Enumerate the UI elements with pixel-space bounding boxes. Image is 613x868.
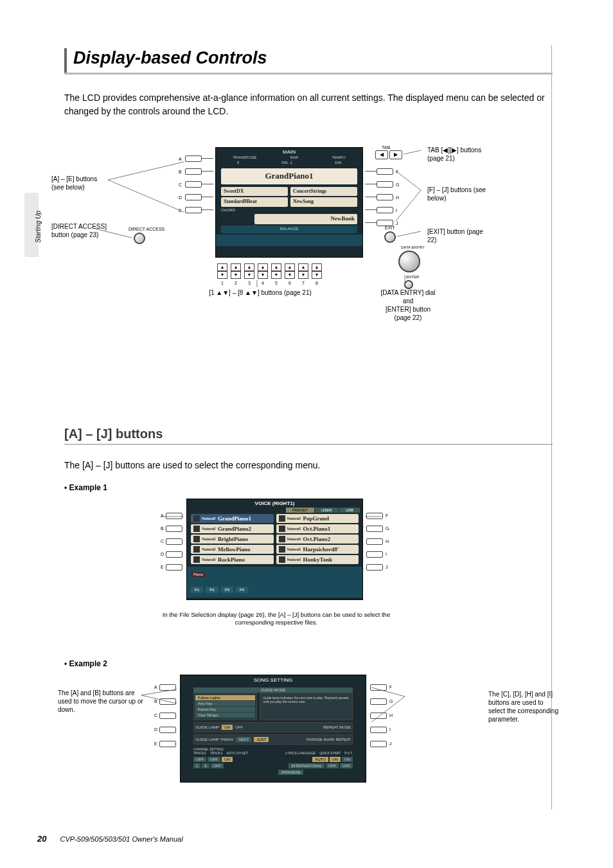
lcd-transpose-val: 0 <box>237 161 239 166</box>
ex1-G-label: G <box>386 526 389 531</box>
panel-A-button[interactable] <box>185 155 202 162</box>
ex2-G-button[interactable] <box>370 698 387 705</box>
song-follow-lights[interactable]: Follow Lights <box>195 695 255 700</box>
ex1-D-button[interactable] <box>166 551 182 558</box>
voice-P2[interactable]: P2 <box>206 587 218 593</box>
song-any-key[interactable]: Any Key <box>195 701 255 706</box>
updown-1-up[interactable]: ▲ <box>217 263 227 271</box>
voice-item-left-4[interactable]: Natural! RockPiano <box>191 555 274 564</box>
ex1-B-button[interactable] <box>166 526 182 532</box>
updown-8-up[interactable]: ▲ <box>312 263 322 271</box>
ex1-J-button[interactable] <box>366 564 383 571</box>
voice-item-right-2[interactable]: Natural! Oct.Piano2 <box>276 535 359 544</box>
ex2-H-button[interactable] <box>370 713 387 719</box>
updown-3-down[interactable]: ▼ <box>244 271 254 279</box>
ex2-A-button[interactable] <box>159 684 176 691</box>
updown-1-down[interactable]: ▼ <box>217 271 227 279</box>
pat-on[interactable]: ON <box>342 757 353 762</box>
updown-5-down[interactable]: ▼ <box>271 271 281 279</box>
voice-tab-user[interactable]: USER <box>315 508 339 513</box>
updown-4-down[interactable]: ▼ <box>258 271 268 279</box>
voice-item-left-0[interactable]: Natural! GrandPiano1 <box>191 514 274 523</box>
updown-3-up[interactable]: ▲ <box>244 263 254 271</box>
updown-6-down[interactable]: ▼ <box>285 271 295 279</box>
voice-P1[interactable]: P1 <box>191 587 203 593</box>
piano-icon <box>279 536 285 542</box>
piano-icon <box>193 556 200 563</box>
ex1-J-label: J <box>386 565 388 569</box>
direct-access-button[interactable] <box>134 233 145 244</box>
updown-3-label: 3 <box>248 280 251 286</box>
panel-H-button[interactable] <box>377 194 393 200</box>
pat-off[interactable]: OFF <box>340 763 353 768</box>
example2-right-caption: The [C], [D], [H] and [I] buttons are us… <box>488 690 559 723</box>
panel-C-button[interactable] <box>185 181 202 188</box>
ex1-A-button[interactable] <box>166 513 182 519</box>
page-title: Display-based Controls <box>67 48 553 71</box>
updown-7-up[interactable]: ▲ <box>298 263 308 271</box>
voice-item-left-2[interactable]: Natural! BrightPiano <box>191 535 274 544</box>
ex2-I-button[interactable] <box>370 727 387 733</box>
song-karao-key[interactable]: Karao-Key <box>195 707 255 712</box>
off-btn[interactable]: OFF <box>235 725 243 729</box>
lcd-bar-label: BAR <box>290 155 298 161</box>
t1-off[interactable]: OFF <box>208 757 220 762</box>
panel-F-button[interactable] <box>377 168 393 175</box>
on-btn[interactable]: ON <box>222 725 233 730</box>
lang-auto[interactable]: AUTO <box>312 757 328 762</box>
updown-2-down[interactable]: ▼ <box>231 271 241 279</box>
ex1-H-button[interactable] <box>366 538 383 545</box>
updown-8-down[interactable]: ▼ <box>312 271 322 279</box>
lcd-tempo-label: TEMPO <box>332 155 345 161</box>
voice-item-left-3[interactable]: Natural! MellowPiano <box>191 545 274 554</box>
updown-4-up[interactable]: ▲ <box>258 263 268 271</box>
updown-7-down[interactable]: ▼ <box>298 271 308 279</box>
ex2-C-button[interactable] <box>159 713 176 719</box>
data-entry-dial[interactable] <box>398 251 420 272</box>
tab-right-button[interactable]: ▶ <box>389 150 402 159</box>
data-entry-hw-label: DATA ENTRY <box>401 245 425 251</box>
ch-off[interactable]: OFF <box>211 763 224 768</box>
tab-left-button[interactable]: ◀ <box>375 150 388 159</box>
autoch-on[interactable]: ON <box>222 757 233 762</box>
lang-jp[interactable]: JAPANESE <box>278 770 303 775</box>
ex1-C-button[interactable] <box>166 538 182 545</box>
voice-P3[interactable]: P3 <box>221 587 233 593</box>
voice-item-right-4[interactable]: Natural! HonkyTonk <box>276 555 359 564</box>
ex2-F-button[interactable] <box>370 684 387 691</box>
panel-E-button[interactable] <box>185 207 202 213</box>
ex2-J-button[interactable] <box>370 741 387 747</box>
qs-on[interactable]: ON <box>330 757 341 762</box>
panel-B-button[interactable] <box>185 168 202 175</box>
just-btn[interactable]: JUST <box>254 737 269 742</box>
ex2-B-button[interactable] <box>159 698 176 705</box>
example2-diagram: The [A] and [B] buttons are used to move… <box>64 675 553 803</box>
ex1-E-button[interactable] <box>166 564 182 571</box>
direct-access-hw-label: DIRECT ACCESS <box>129 226 164 232</box>
ex1-I-button[interactable] <box>366 551 383 558</box>
panel-D-button[interactable] <box>185 194 202 200</box>
voice-item-right-1[interactable]: Natural! Oct.Piano1 <box>276 524 359 533</box>
voice-P4[interactable]: P4 <box>236 587 248 593</box>
qs-off[interactable]: OFF <box>326 763 339 768</box>
ex1-F-button[interactable] <box>366 513 383 519</box>
panel-G-button[interactable] <box>377 181 393 188</box>
voice-item-right-0[interactable]: Natural! PopGrand <box>276 514 359 523</box>
song-your-tempo[interactable]: Your Tempo <box>195 713 255 718</box>
voice-tab-preset[interactable]: PRESET <box>286 508 314 513</box>
next-btn[interactable]: NEXT <box>236 737 251 742</box>
updown-2-up[interactable]: ▲ <box>231 263 241 271</box>
voice-tab-usb[interactable]: USB <box>339 508 360 513</box>
updown-5-up[interactable]: ▲ <box>271 263 281 271</box>
voice-item-left-1[interactable]: Natural! GrandPiano2 <box>191 524 274 533</box>
ex2-D-button[interactable] <box>159 727 176 733</box>
t2-off[interactable]: OFF <box>193 757 206 762</box>
lang-intl[interactable]: INTERNATIONAL <box>289 763 324 768</box>
panel-I-button[interactable] <box>377 207 393 213</box>
ex1-G-button[interactable] <box>366 526 383 532</box>
voice-item-right-3[interactable]: Natural! Harpsichord8' <box>276 545 359 554</box>
exit-button[interactable] <box>384 231 396 243</box>
enter-button[interactable] <box>404 280 413 289</box>
ex2-E-button[interactable] <box>159 741 176 747</box>
updown-6-up[interactable]: ▲ <box>285 263 295 271</box>
